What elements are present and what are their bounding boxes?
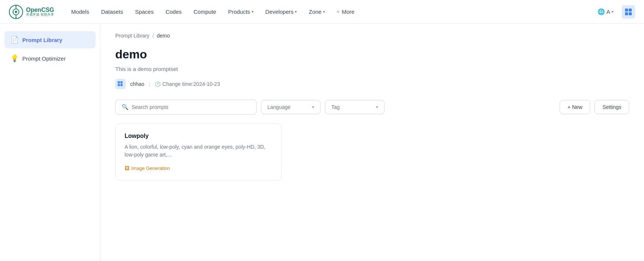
sidebar-item-prompt-library[interactable]: 📄 Prompt Library [4,31,96,48]
sidebar-label-prompt-optimizer: Prompt Optimizer [22,55,66,62]
nav-datasets[interactable]: Datasets [96,6,128,18]
nav-more[interactable]: ≡ More [332,6,360,18]
svg-rect-9 [118,81,120,84]
sidebar-item-prompt-optimizer[interactable]: 💡 Prompt Optimizer [4,50,96,67]
settings-button[interactable]: Settings [595,100,629,114]
logo-name: OpenCSG [26,7,54,13]
tag-dropdown[interactable]: Tag ▾ [325,100,384,114]
search-box: 🔍 [115,100,257,115]
language-button[interactable]: 🌐 A ▾ [594,6,617,17]
search-icon: 🔍 [122,104,129,110]
card-title: Lowpoly [125,133,272,139]
nav-codes[interactable]: Codes [160,6,187,18]
card-description: A lion, colorful, low-poly, cyan and ora… [125,143,272,159]
author-name: chhao [130,81,144,87]
meta-divider: | [149,81,150,87]
svg-rect-6 [629,9,632,12]
meta-row: chhao | 🕐 Change time:2024-10-23 [115,79,629,89]
page-title: demo [115,48,629,61]
chevron-down-icon: ▾ [376,104,378,110]
search-input[interactable] [132,104,250,110]
language-icon: 🌐 [598,8,605,15]
sidebar: 📄 Prompt Library 💡 Prompt Optimizer [0,24,100,261]
layout: 📄 Prompt Library 💡 Prompt Optimizer Prom… [0,24,644,261]
change-time: 🕐 Change time:2024-10-23 [155,81,220,87]
breadcrumb-separator: / [152,33,154,39]
tag-label: Tag [331,104,340,110]
breadcrumb-parent[interactable]: Prompt Library [115,33,149,39]
chevron-down-icon: ▾ [295,10,297,14]
change-time-label: Change time:2024-10-23 [162,81,220,87]
new-button[interactable]: + New [560,100,590,114]
logo-subtitle: 开源开放 智慧共享 [26,13,54,17]
toolbar: 🔍 Language ▾ Tag ▾ + New Settings [115,100,629,115]
svg-rect-11 [118,84,120,86]
clock-icon: 🕐 [155,81,161,87]
document-icon: 📄 [10,36,19,44]
nav-products[interactable]: Products ▾ [223,6,258,18]
nav-zone[interactable]: Zone ▾ [303,6,330,18]
card-tag: 🖼 Image Generation [125,165,170,171]
author-avatar [115,79,126,89]
user-icon [625,8,632,16]
lang-label: A [606,9,610,15]
sidebar-label-prompt-library: Prompt Library [22,37,62,43]
logo-icon [9,5,23,19]
user-avatar[interactable] [622,5,635,19]
svg-rect-8 [629,12,632,15]
main-nav: Models Datasets Spaces Codes Compute Pro… [66,6,594,18]
language-dropdown[interactable]: Language ▾ [261,100,321,114]
breadcrumb-current: demo [157,33,170,39]
chevron-down-icon: ▾ [323,10,325,14]
svg-rect-12 [120,84,123,86]
nav-compute[interactable]: Compute [189,6,222,18]
cards-grid: Lowpoly A lion, colorful, low-poly, cyan… [115,123,629,181]
avatar-icon [117,81,123,87]
nav-developers[interactable]: Developers ▾ [260,6,302,18]
card-tag-label: Image Generation [131,165,170,171]
chevron-down-icon: ▾ [312,104,314,110]
svg-rect-7 [625,12,628,15]
svg-rect-5 [625,9,628,12]
bulb-icon: 💡 [10,54,19,62]
nav-models[interactable]: Models [66,6,94,18]
page-description: This is a demo promptset [115,66,629,72]
header-right: 🌐 A ▾ [594,5,635,19]
logo[interactable]: OpenCSG 开源开放 智慧共享 [9,5,54,19]
chevron-down-icon: ▾ [612,10,614,14]
logo-text: OpenCSG 开源开放 智慧共享 [26,7,54,17]
svg-rect-10 [120,81,123,84]
nav-spaces[interactable]: Spaces [130,6,159,18]
image-icon: 🖼 [125,165,129,171]
breadcrumb: Prompt Library / demo [115,33,629,39]
svg-point-2 [15,11,17,13]
language-label: Language [267,104,290,110]
main-content: Prompt Library / demo demo This is a dem… [100,24,644,261]
chevron-down-icon: ▾ [252,10,254,14]
header: OpenCSG 开源开放 智慧共享 Models Datasets Spaces… [0,0,644,24]
prompt-card[interactable]: Lowpoly A lion, colorful, low-poly, cyan… [115,123,281,181]
